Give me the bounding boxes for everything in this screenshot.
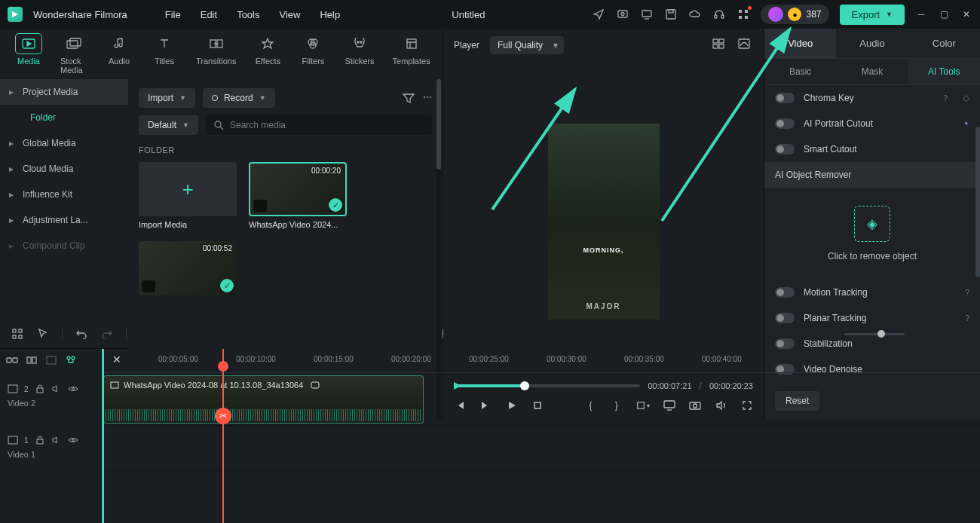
svg-point-19: [357, 41, 359, 43]
remove-object-icon[interactable]: [854, 206, 890, 242]
tab-audio[interactable]: Audio: [106, 33, 133, 79]
tool-smart-cutout[interactable]: Smart Cutout: [764, 136, 980, 162]
subtab-mask[interactable]: Mask: [836, 59, 908, 84]
sidebar-item-global-media[interactable]: ▸Global Media: [0, 130, 128, 156]
undo-icon[interactable]: [75, 327, 88, 341]
import-button[interactable]: Import▼: [139, 88, 195, 108]
import-media-card[interactable]: + Import Media: [139, 162, 237, 229]
save-icon[interactable]: [664, 8, 678, 21]
tab-media[interactable]: Media: [15, 33, 42, 79]
tab-titles[interactable]: Titles: [151, 33, 178, 79]
svg-rect-39: [13, 329, 16, 332]
video-clip[interactable]: WhatsApp Video 2024-08 at 10.13.08_34a13…: [103, 375, 424, 424]
tab-color[interactable]: Color: [908, 29, 980, 58]
help-icon[interactable]: ?: [965, 314, 969, 323]
scissors-icon[interactable]: ✂: [215, 408, 231, 424]
eye-icon[interactable]: [68, 384, 78, 394]
minimize-icon[interactable]: ─: [915, 8, 927, 20]
playhead[interactable]: ✂: [222, 349, 224, 523]
track-ai-icon[interactable]: [65, 355, 77, 365]
track-group-icon[interactable]: [26, 355, 38, 365]
svg-rect-72: [311, 382, 319, 388]
media-card-1[interactable]: 00:00:20 ✓ WhatsApp Video 2024...: [249, 162, 347, 229]
menu-help[interactable]: Help: [315, 6, 345, 23]
send-icon[interactable]: [592, 8, 605, 21]
tab-templates[interactable]: Templates: [393, 33, 430, 79]
eye-icon[interactable]: [68, 435, 78, 445]
zoom-slider[interactable]: [844, 333, 905, 335]
subtab-ai-tools[interactable]: AI Tools: [908, 59, 980, 84]
close-marker-icon[interactable]: ✕: [112, 353, 121, 365]
lock-icon[interactable]: [35, 384, 45, 394]
tab-audio[interactable]: Audio: [836, 29, 908, 58]
menu-edit[interactable]: Edit: [196, 6, 222, 23]
sidebar-item-folder[interactable]: Folder: [0, 105, 128, 130]
tab-transitions[interactable]: Transitions: [196, 33, 236, 79]
sidebar-item-influence-kit[interactable]: ▸Influence Kit: [0, 182, 128, 207]
more-icon[interactable]: ⋯: [423, 92, 432, 104]
filter-icon[interactable]: [402, 92, 415, 104]
toggle[interactable]: [775, 338, 795, 349]
menu-file[interactable]: File: [161, 6, 185, 23]
sidebar-item-compound[interactable]: ▸Compound Clip: [0, 233, 128, 258]
track-auto-icon[interactable]: [45, 355, 57, 365]
maximize-icon[interactable]: ▢: [938, 8, 950, 20]
apps-icon[interactable]: [737, 8, 750, 21]
tab-video[interactable]: Video: [764, 29, 836, 58]
tab-filters[interactable]: Filters: [299, 33, 326, 79]
toggle[interactable]: [775, 93, 795, 103]
track-row-1[interactable]: [102, 426, 980, 471]
export-button[interactable]: Export▼: [840, 5, 905, 25]
scope-icon[interactable]: [738, 38, 753, 52]
tool-planar-tracking[interactable]: Planar Tracking?: [764, 305, 980, 331]
device-icon[interactable]: [640, 8, 654, 21]
video-preview[interactable]: MORNING, MAJOR: [548, 124, 660, 320]
sidebar-item-cloud-media[interactable]: ▸Cloud Media: [0, 156, 128, 182]
sidebar-item-adjustment[interactable]: ▸Adjustment La...: [0, 207, 128, 233]
search-input[interactable]: [206, 115, 432, 135]
toggle[interactable]: [775, 118, 795, 129]
track-header-2[interactable]: 2: [0, 379, 101, 399]
menu-view[interactable]: View: [274, 6, 305, 23]
track-row-2[interactable]: WhatsApp Video 2024-08 at 10.13.08_34a13…: [102, 373, 980, 426]
tab-stock-media[interactable]: Stock Media: [60, 33, 87, 79]
tool-portrait-cutout[interactable]: AI Portrait Cutout✦: [764, 111, 980, 136]
menu-tools[interactable]: Tools: [232, 6, 264, 23]
redo-icon[interactable]: [100, 327, 114, 341]
mute-icon[interactable]: [51, 384, 62, 394]
magnet-icon[interactable]: [11, 327, 24, 341]
lock-icon[interactable]: [35, 435, 45, 445]
quality-select[interactable]: Full Quality: [490, 36, 564, 54]
track-header-1[interactable]: 1: [0, 430, 101, 450]
timeline-tracks[interactable]: ✕ 00:00:05:00 00:00:10:00 00:00:15:00 00…: [102, 349, 980, 523]
record-button[interactable]: Record▼: [203, 88, 275, 108]
credits-pill[interactable]: ● 387: [761, 5, 828, 24]
select-icon[interactable]: [36, 327, 50, 341]
toggle[interactable]: [775, 287, 795, 298]
subtab-basic[interactable]: Basic: [764, 59, 836, 84]
inspector-scrollbar[interactable]: [975, 127, 980, 277]
cloud-icon[interactable]: [688, 8, 702, 21]
mute-icon[interactable]: [51, 435, 62, 445]
help-icon[interactable]: ?: [943, 94, 948, 102]
tool-motion-tracking[interactable]: Motion Tracking?: [764, 280, 980, 305]
close-icon[interactable]: ✕: [960, 8, 972, 20]
tool-chroma-key[interactable]: Chroma Key?◇: [764, 85, 980, 111]
screen-record-icon[interactable]: [616, 8, 629, 21]
camera-badge-icon: [253, 200, 267, 212]
svg-point-1: [621, 13, 624, 16]
track-link-icon[interactable]: [6, 355, 18, 365]
headphones-icon[interactable]: [712, 8, 726, 21]
tool-object-remover[interactable]: AI Object Remover: [764, 162, 980, 188]
tab-stickers[interactable]: Stickers: [345, 33, 374, 79]
timeline-ruler[interactable]: ✕ 00:00:05:00 00:00:10:00 00:00:15:00 00…: [102, 349, 980, 373]
sidebar-item-project-media[interactable]: ▸Project Media: [0, 79, 128, 105]
sort-button[interactable]: Default▼: [139, 115, 198, 135]
help-icon[interactable]: ?: [965, 289, 969, 297]
tab-effects[interactable]: Effects: [254, 33, 281, 79]
check-icon: ✓: [220, 279, 234, 292]
toggle[interactable]: [775, 313, 795, 323]
toggle[interactable]: [775, 144, 795, 154]
layout-grid-icon[interactable]: [712, 38, 727, 52]
media-card-2[interactable]: 00:00:52 ✓: [139, 241, 237, 295]
